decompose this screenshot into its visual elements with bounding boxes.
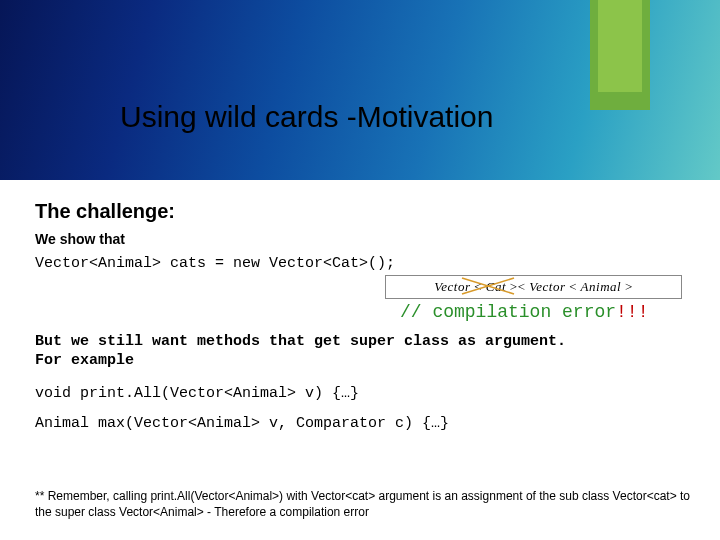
challenge-heading: The challenge: <box>35 200 685 223</box>
compilation-error-text: compilation error <box>432 302 616 322</box>
but-line-1: But we still want methods that get super… <box>35 333 566 350</box>
page-title: Using wild cards -Motivation <box>120 100 680 134</box>
slide: Using wild cards -Motivation The challen… <box>0 0 720 540</box>
but-we-still-want: But we still want methods that get super… <box>35 333 695 371</box>
comment-slashes: // <box>400 302 432 322</box>
exclamation-marks: !!! <box>616 302 648 322</box>
method-max: Animal max(Vector<Animal> v, Comparator … <box>35 415 695 432</box>
footnote: ** Remember, calling print.All(Vector<An… <box>35 488 690 520</box>
code-declaration: Vector<Animal> cats = new Vector<Cat>(); <box>35 255 685 272</box>
compilation-error-comment: // compilation error!!! <box>400 302 648 322</box>
accent-box-inner <box>598 0 642 92</box>
math-expression-box: Vector < Cat >< Vector < Animal > <box>385 275 682 299</box>
method-printall: void print.All(Vector<Animal> v) {…} <box>35 385 695 402</box>
content-area: The challenge: We show that Vector<Anima… <box>35 200 685 276</box>
but-line-2: For example <box>35 352 134 369</box>
we-show-that: We show that <box>35 231 685 247</box>
